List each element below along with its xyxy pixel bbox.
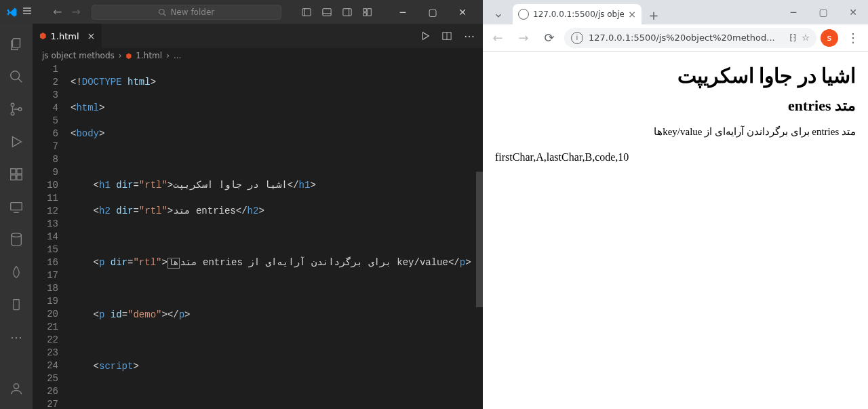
vscode-logo-icon — [5, 6, 18, 18]
url-text: 127.0.0.1:5500/js%20object%20method... — [589, 33, 784, 43]
layout-customize-icon[interactable] — [362, 7, 373, 18]
svg-point-18 — [18, 108, 22, 111]
tab-close-icon[interactable]: × — [628, 9, 636, 20]
hamburger-menu-icon[interactable] — [22, 5, 35, 19]
svg-point-14 — [11, 71, 20, 80]
new-tab-button[interactable]: + — [644, 5, 663, 24]
browser-tab[interactable]: 127.0.0.1:5500/js object method × — [513, 4, 642, 24]
run-debug-icon[interactable] — [0, 127, 33, 157]
address-bar[interactable]: i 127.0.0.1:5500/js%20object%20method...… — [564, 28, 816, 48]
search-view-icon[interactable] — [0, 62, 33, 92]
svg-rect-23 — [11, 203, 22, 210]
svg-rect-20 — [17, 169, 22, 174]
svg-point-3 — [159, 9, 165, 14]
html5-icon: ⬢ — [126, 52, 132, 60]
run-icon[interactable] — [420, 31, 430, 41]
vscode-window: ← → New folder ─ ▢ ✕ — [0, 0, 483, 409]
explorer-icon[interactable] — [0, 29, 33, 59]
svg-point-16 — [11, 103, 14, 106]
rendered-page: اشیا در جاوا اسکریپت متد entries متد ent… — [483, 52, 868, 409]
browser-toolbar: ← → ⟳ i 127.0.0.1:5500/js%20object%20met… — [483, 24, 868, 52]
demo-output: firstChar,A,lastChar,B,code,10 — [495, 151, 856, 163]
line-gutter: 1234567891011121314151617181920212223242… — [33, 63, 71, 409]
translate-icon[interactable]: ⁅⁆ — [789, 33, 796, 43]
svg-point-17 — [11, 112, 14, 115]
tab-strip: 127.0.0.1:5500/js object method × + ─ ▢ … — [483, 0, 868, 24]
search-placeholder: New folder — [170, 7, 214, 17]
extensions-icon[interactable] — [0, 159, 33, 189]
svg-line-4 — [164, 14, 166, 16]
accounts-icon[interactable] — [0, 374, 33, 404]
browser-maximize[interactable]: ▢ — [808, 0, 838, 24]
device-icon[interactable] — [0, 290, 33, 319]
chrome-menu-icon[interactable]: ⋮ — [842, 27, 864, 49]
tab-label: 1.html — [50, 31, 79, 41]
svg-point-27 — [14, 384, 18, 389]
nav-back-icon[interactable]: ← — [53, 5, 62, 18]
page-p: متد entries برای برگرداندن آرایه‌ای از k… — [495, 125, 856, 138]
editor-tabs: ⬢ 1.html × ⋯ — [33, 24, 483, 48]
svg-rect-5 — [302, 8, 311, 16]
command-center-search[interactable]: New folder — [92, 5, 281, 20]
svg-rect-12 — [368, 8, 371, 16]
chrome-window: 127.0.0.1:5500/js object method × + ─ ▢ … — [483, 0, 868, 409]
nav-arrows: ← → — [53, 5, 81, 18]
split-editor-icon[interactable] — [442, 31, 452, 41]
remote-icon[interactable] — [0, 192, 33, 222]
more-icon[interactable]: ⋯ — [0, 322, 33, 352]
source-control-icon[interactable] — [0, 94, 33, 124]
database-icon[interactable] — [0, 225, 33, 254]
html5-icon: ⬢ — [39, 31, 46, 41]
code-editor[interactable]: 1234567891011121314151617181920212223242… — [33, 63, 483, 409]
svg-rect-26 — [14, 300, 19, 310]
nav-forward-icon[interactable]: → — [71, 5, 80, 18]
profile-avatar[interactable]: s — [821, 29, 838, 47]
tab-close-icon[interactable]: × — [87, 31, 96, 41]
reload-button[interactable]: ⟳ — [538, 27, 560, 49]
title-bar: ← → New folder ─ ▢ ✕ — [0, 0, 483, 24]
scrollbar[interactable] — [476, 172, 483, 307]
forward-button[interactable]: → — [513, 27, 534, 49]
search-icon — [158, 8, 166, 16]
breadcrumb[interactable]: js object methods › ⬢ 1.html › ... — [33, 48, 483, 63]
site-info-icon[interactable]: i — [571, 32, 583, 44]
svg-rect-7 — [323, 8, 331, 16]
back-button[interactable]: ← — [487, 27, 509, 49]
svg-rect-11 — [363, 8, 366, 11]
editor-tab-1html[interactable]: ⬢ 1.html × — [33, 24, 102, 48]
maximize-button[interactable]: ▢ — [418, 0, 448, 24]
browser-tab-title: 127.0.0.1:5500/js object method — [533, 9, 624, 19]
globe-icon — [518, 9, 529, 20]
svg-rect-21 — [11, 175, 16, 180]
minimize-button[interactable]: ─ — [388, 0, 418, 24]
layout-sidebar-left-icon[interactable] — [301, 7, 312, 18]
svg-point-25 — [12, 233, 22, 237]
browser-minimize[interactable]: ─ — [778, 0, 808, 24]
code-content[interactable]: <!DOCTYPE html> <html> <body> <h1 dir="r… — [71, 63, 483, 409]
editor-area: ⬢ 1.html × ⋯ js object methods › ⬢ 1.htm… — [33, 24, 483, 409]
close-button[interactable]: ✕ — [448, 0, 477, 24]
layout-panel-bottom-icon[interactable] — [321, 7, 332, 18]
tab-search-icon[interactable] — [490, 7, 507, 24]
activity-bar: ⋯ — [0, 24, 33, 409]
svg-rect-19 — [11, 169, 16, 174]
svg-line-15 — [18, 79, 22, 83]
svg-rect-13 — [363, 12, 366, 15]
svg-rect-22 — [17, 175, 22, 180]
browser-close[interactable]: ✕ — [838, 0, 868, 24]
page-h2: متد entries — [495, 97, 856, 115]
svg-rect-9 — [343, 8, 351, 16]
more-actions-icon[interactable]: ⋯ — [464, 30, 475, 43]
page-h1: اشیا در جاوا اسکریپت — [495, 64, 856, 87]
mongodb-icon[interactable] — [0, 257, 33, 287]
layout-sidebar-right-icon[interactable] — [342, 7, 353, 18]
bookmark-icon[interactable]: ☆ — [802, 33, 810, 43]
